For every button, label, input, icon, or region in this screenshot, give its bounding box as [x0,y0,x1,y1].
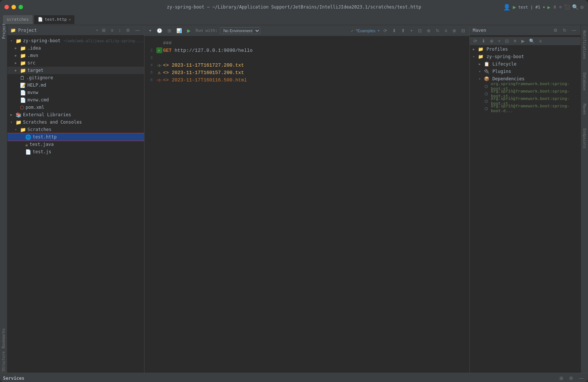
maven-toolbar-expand[interactable]: ⊡ [504,38,510,44]
run-all-btn[interactable]: ▶ [186,27,192,34]
scratches-tab[interactable]: scratches [3,15,33,24]
maven-root-icon: 📁 [478,54,484,59]
stop-btn[interactable]: ⬛ [564,4,570,10]
window-controls [4,5,23,9]
tree-testjava[interactable]: ☕ test.java [7,141,144,148]
project-settings-btn[interactable]: ⊞ [100,27,107,34]
test-http-tab[interactable]: 📄 test.http ✕ [34,15,75,24]
maximize-button[interactable] [19,5,23,9]
helpmd-icon: 📝 [20,83,26,88]
maven-profiles[interactable]: ▶ 📁 Profiles [470,46,581,53]
maven-root-label: zy-spring-boot [486,54,524,59]
maven-dep-4[interactable]: ⬡ org.springframework.boot:spring-boot-d… [470,105,581,112]
maven-refresh-btn[interactable]: ↻ [561,27,568,34]
minimize-button[interactable] [11,5,16,9]
maven-lifecycle[interactable]: ▶ 📋 Lifecycle [470,60,581,68]
tree-mvnwcmd[interactable]: 📄 mvnw.cmd [7,96,144,104]
tree-helpmd[interactable]: 📝 HELP.md [7,81,144,89]
maven-toolbar-run[interactable]: ▶ [520,38,526,44]
upload-btn[interactable]: ⬆ [400,27,406,34]
tree-idea[interactable]: ▶ 📁 .idea [7,44,144,52]
diff-btn[interactable]: ⊟ [460,27,466,34]
maven-toolbar-sync[interactable]: ⟳ [472,38,479,44]
settings-icon[interactable]: ⚙ [581,4,584,10]
tree-root[interactable]: ▾ 📁 zy-spring-boot ~/web/web-all/java-al… [7,37,144,44]
services-gear-btn[interactable]: ⚙ [568,375,575,382]
notifications-tab[interactable]: Notifications [582,28,587,61]
tab-close-icon[interactable]: ✕ [69,17,71,21]
external-icon: 📚 [16,112,21,118]
external-label: External Libraries [23,112,71,117]
run-icon[interactable]: ▶ [513,4,516,10]
src-label: src [27,60,36,66]
database-tab[interactable]: Database [582,70,587,93]
window-title: zy-spring-boot – ~/Library/Application S… [167,4,421,10]
endpoints-tab[interactable]: Endpoints [582,126,587,151]
tree-target[interactable]: ▶ 📁 target [7,67,144,74]
run-btn[interactable]: ▶ [548,4,551,10]
project-gear-btn[interactable]: ⚙ [124,27,132,34]
refresh-btn[interactable]: ↻ [434,27,441,34]
mvn-label: .mvn [27,53,38,58]
project-sidebar-icon[interactable]: Project [1,28,7,34]
maven-side-tab[interactable]: Maven [582,101,587,117]
err-arrow: ◁▷ [156,77,162,83]
search-editor-btn[interactable]: ⊕ [451,27,458,34]
run-request-btn[interactable]: ▶ [156,47,162,53]
tree-pomxml[interactable]: ⬡ pom.xml [7,104,144,111]
titlebar-right: 👤 ▶ test | #1 ▾ ▶ ⏸ ⊙ ⬛ 🔍 ⚙ [503,4,584,11]
project-collapse-btn[interactable]: ≡ [109,27,115,34]
http-tab-icon: 📄 [38,17,43,22]
target-arrow: ▶ [15,68,19,72]
tree-scratches-consoles[interactable]: ▾ 📁 Scratches and Consoles [7,118,144,126]
avatar-icon[interactable]: 👤 [503,4,511,11]
http-url: http://127.0.0.1:9090/hello [175,48,253,53]
maven-toolbar-layout[interactable]: ≡ [538,38,543,44]
line-gutter-2[interactable]: ▶ [156,47,163,53]
close-btn[interactable]: ⊗ [425,27,432,34]
plus-btn[interactable]: + [409,27,414,34]
maven-toolbar-add[interactable]: + [496,38,502,44]
sync-btn[interactable]: ⟳ [382,27,389,34]
maven-root[interactable]: ▾ 📁 zy-spring-boot [470,53,581,60]
maven-toolbar-download[interactable]: ⬇ [480,38,487,44]
maven-toolbar-deps[interactable]: ⊕ [488,38,495,44]
maven-plugins[interactable]: ▾ 🔌 Plugins [470,68,581,75]
tree-scratches[interactable]: ▾ 📁 Scratches [7,126,144,133]
editor-content[interactable]: ### 2 ▶ GET http://127.0.0.1:9090/hello … [144,36,469,373]
scratches-consoles-arrow: ▾ [10,120,14,124]
services-minimize-btn[interactable]: — [578,375,585,382]
dep4-icon: ⬡ [485,107,488,111]
history-btn[interactable]: 🕐 [155,27,164,34]
expand-btn[interactable]: ⊡ [416,27,423,34]
chart-btn[interactable]: 📊 [175,27,183,34]
bottom-panel: Services ⊞ ⚙ — ▶ 🔧 ⊞ ⊟ ▶ ≡ ⇅ ⊞ ▽ + [0,373,588,382]
tree-mvnw[interactable]: 📄 mvnw [7,89,144,96]
tree-testhttp[interactable]: 🌐 test.http [7,133,144,141]
tree-external[interactable]: ▶ 📚 External Libraries [7,111,144,118]
project-sort-btn[interactable]: ↕ [117,27,122,34]
env-select[interactable]: No Environment [220,27,260,34]
project-minimize-btn[interactable]: — [134,27,141,34]
maven-toolbar-close[interactable]: ✕ [512,38,518,44]
tree-src[interactable]: ▶ 📁 src [7,59,144,67]
maven-minimize-btn[interactable]: — [570,27,578,34]
tree-testjs[interactable]: 📄 test.js [7,148,144,155]
add-request-btn[interactable]: + [147,27,153,34]
download-btn[interactable]: ⬇ [391,27,398,34]
search-btn[interactable]: 🔍 [572,4,578,10]
tree-gitignore[interactable]: 🗒 .gitignore [7,74,144,81]
maven-settings-btn[interactable]: ⚙ [552,27,559,34]
plugins-label: Plugins [492,69,511,74]
debug-btn[interactable]: ⏸ [552,4,557,10]
maven-toolbar-search[interactable]: 🔍 [528,38,536,44]
view-btn[interactable]: ⊞ [166,27,173,34]
tree-mvn[interactable]: ▶ 📁 .mvn [7,52,144,59]
http-method: GET [163,48,175,53]
coverage-btn[interactable]: ⊙ [559,4,562,10]
close-button[interactable] [4,5,9,9]
examples-btn[interactable]: *Examples [356,29,375,33]
root-path: ~/web/web-all/java-all/zy-spring-... [63,39,144,43]
layout-btn[interactable]: ≡ [443,27,449,34]
services-settings-btn[interactable]: ⊞ [558,375,565,382]
